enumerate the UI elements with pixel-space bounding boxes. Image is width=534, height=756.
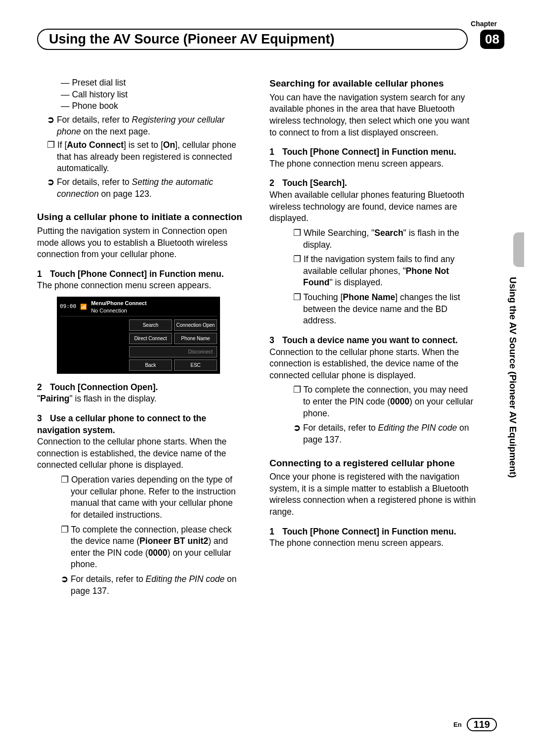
sub-note-list: Operation varies depending on the type o… (37, 474, 245, 597)
cross-ref: For details, refer to Setting the automa… (57, 177, 245, 200)
screenshot-button-back: Back (129, 359, 172, 371)
body-text: Connection to the cellular phone starts.… (37, 436, 245, 471)
screenshot-button-direct-connect: Direct Connect (129, 333, 172, 344)
footer: En 119 (453, 718, 497, 731)
step-heading: 3Use a cellular phone to connect to the … (37, 413, 245, 436)
page-title: Using the AV Source (Pioneer AV Equipmen… (37, 29, 468, 50)
screenshot-menu-path: Menu/Phone Connect (91, 300, 146, 307)
body-text: Putting the navigation system in Connect… (37, 225, 245, 261)
body-text: The phone connection menu screen appears… (269, 537, 477, 549)
screenshot-button-connection-open: Connection Open (174, 319, 217, 331)
language-code: En (453, 721, 462, 728)
screenshot-phone-connect: 09:00 📶 Menu/Phone Connect No Connection… (57, 297, 220, 374)
screenshot-button-search: Search (129, 319, 172, 331)
list-item: Preset dial list (61, 77, 245, 89)
note-item: While Searching, "Search" is flash in th… (303, 227, 477, 251)
screenshot-button-phone-name: Phone Name (174, 333, 217, 344)
page-number: 119 (467, 718, 497, 731)
sub-note-list: To complete the connection, you may need… (269, 384, 477, 445)
note-item: To complete the connection, please check… (71, 524, 245, 571)
sub-note-list: While Searching, "Search" is flash in th… (269, 227, 477, 327)
signal-icon: 📶 (80, 303, 87, 311)
thumb-tab-stub (513, 232, 524, 267)
screenshot-status: No Connection (91, 307, 146, 314)
right-column: Searching for available cellular phones … (269, 77, 477, 597)
step-heading: 1Touch [Phone Connect] in Function menu. (37, 268, 245, 280)
body-text: The phone connection menu screen appears… (269, 158, 477, 170)
header: Using the AV Source (Pioneer AV Equipmen… (37, 29, 504, 50)
note-item: Touching [Phone Name] changes the list b… (303, 292, 477, 327)
chapter-label: Chapter (471, 20, 497, 28)
dash-list: Preset dial list Call history list Phone… (37, 77, 245, 112)
note-item: If the navigation system fails to find a… (303, 254, 477, 289)
side-tab-label: Using the AV Source (Pioneer AV Equipmen… (507, 277, 518, 478)
section-heading: Connecting to a registered cellular phon… (269, 457, 477, 470)
body-text: When available cellular phones featuring… (269, 189, 477, 224)
body-text: The phone connection menu screen appears… (37, 280, 245, 292)
screenshot-button-disconnect: Disconnect (129, 346, 217, 357)
body-text: "Pairing" is flash in the display. (37, 393, 245, 405)
screenshot-time: 09:00 (60, 303, 76, 311)
note-list: For details, refer to Registering your c… (37, 114, 245, 200)
step-heading: 2Touch [Connection Open]. (37, 382, 245, 394)
cross-ref: For details, refer to Registering your c… (57, 114, 245, 137)
note-item: If [Auto Connect] is set to [On], cellul… (57, 139, 245, 175)
list-item: Call history list (61, 89, 245, 101)
step-heading: 1Touch [Phone Connect] in Function menu. (269, 526, 477, 538)
section-heading: Using a cellular phone to initiate a con… (37, 211, 245, 223)
step-heading: 1Touch [Phone Connect] in Function menu. (269, 146, 477, 158)
step-heading: 2Touch [Search]. (269, 178, 477, 189)
note-item: To complete the connection, you may need… (303, 384, 477, 419)
list-item: Phone book (61, 100, 245, 112)
screenshot-button-esc: ESC (174, 359, 217, 371)
body-text: Once your phone is registered with the n… (269, 471, 477, 518)
cross-ref: For details, refer to Editing the PIN co… (303, 422, 477, 445)
step-heading: 3Touch a device name you want to connect… (269, 335, 477, 347)
left-column: Preset dial list Call history list Phone… (37, 77, 245, 597)
cross-ref: For details, refer to Editing the PIN co… (71, 574, 245, 597)
note-item: Operation varies depending on the type o… (71, 474, 245, 521)
body-text: Connection to the cellular phone starts.… (269, 347, 477, 382)
chapter-number-badge: 08 (480, 30, 504, 49)
section-heading: Searching for available cellular phones (269, 77, 477, 90)
body-text: You can have the navigation system searc… (269, 92, 477, 139)
